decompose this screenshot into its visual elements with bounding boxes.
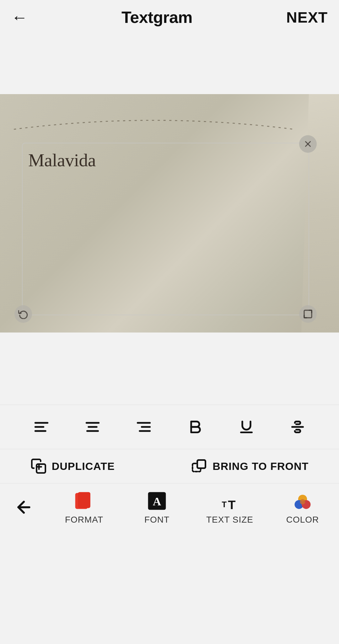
bottom-back-button[interactable] bbox=[11, 498, 36, 517]
app-title: Textgram bbox=[121, 8, 192, 27]
svg-text:T: T bbox=[222, 500, 227, 509]
svg-rect-22 bbox=[78, 492, 90, 508]
canvas-image[interactable]: Malavida bbox=[0, 94, 339, 333]
rotate-button[interactable] bbox=[14, 305, 32, 323]
top-spacer bbox=[0, 35, 339, 94]
next-button[interactable]: NEXT bbox=[286, 9, 328, 26]
toolbar-section: DUPLICATE BRING TO FRONT bbox=[0, 405, 339, 534]
nav-item-text-size[interactable]: T T TEXT SIZE bbox=[205, 490, 255, 525]
text-size-nav-label: TEXT SIZE bbox=[206, 515, 253, 525]
color-nav-icon bbox=[291, 490, 314, 512]
back-button[interactable]: ← bbox=[11, 9, 28, 25]
svg-rect-2 bbox=[304, 310, 312, 318]
font-nav-icon: A bbox=[146, 490, 168, 512]
canvas-container: Malavida bbox=[0, 94, 339, 333]
underline-button[interactable] bbox=[234, 414, 259, 439]
bring-to-front-label: BRING TO FRONT bbox=[213, 460, 309, 472]
svg-text:A: A bbox=[153, 495, 161, 508]
resize-button[interactable] bbox=[299, 305, 317, 323]
format-nav-icon bbox=[73, 490, 95, 512]
bring-to-front-button[interactable]: BRING TO FRONT bbox=[191, 458, 309, 474]
middle-spacer bbox=[0, 333, 339, 405]
color-nav-label: COLOR bbox=[286, 515, 319, 525]
action-divider bbox=[153, 457, 153, 476]
format-nav-label: FORMAT bbox=[65, 515, 103, 525]
duplicate-label: DUPLICATE bbox=[52, 460, 115, 472]
duplicate-button[interactable]: DUPLICATE bbox=[30, 458, 115, 474]
svg-text:T: T bbox=[228, 498, 235, 512]
header: ← Textgram NEXT bbox=[0, 0, 339, 35]
text-overlay: Malavida bbox=[28, 150, 96, 171]
align-right-button[interactable] bbox=[131, 414, 156, 439]
svg-rect-18 bbox=[197, 460, 206, 468]
svg-point-30 bbox=[300, 499, 305, 504]
close-button[interactable] bbox=[299, 135, 317, 153]
nav-item-font[interactable]: A FONT bbox=[132, 490, 182, 525]
bottom-nav: FORMAT A FONT T T TEXT SIZE bbox=[0, 483, 339, 534]
bold-button[interactable] bbox=[183, 414, 208, 439]
text-box[interactable]: Malavida bbox=[22, 143, 309, 315]
nav-item-format[interactable]: FORMAT bbox=[59, 490, 109, 525]
bring-to-front-icon bbox=[191, 458, 207, 474]
action-row: DUPLICATE BRING TO FRONT bbox=[0, 449, 339, 483]
strikethrough-button[interactable] bbox=[285, 414, 310, 439]
text-size-nav-icon: T T bbox=[218, 490, 241, 512]
dotted-arc bbox=[9, 111, 298, 136]
nav-item-color[interactable]: COLOR bbox=[277, 490, 328, 525]
svg-rect-14 bbox=[36, 464, 45, 473]
format-row bbox=[0, 405, 339, 449]
duplicate-icon bbox=[30, 458, 47, 474]
font-nav-label: FONT bbox=[144, 515, 170, 525]
align-left-button[interactable] bbox=[29, 414, 54, 439]
align-center-button[interactable] bbox=[80, 414, 105, 439]
